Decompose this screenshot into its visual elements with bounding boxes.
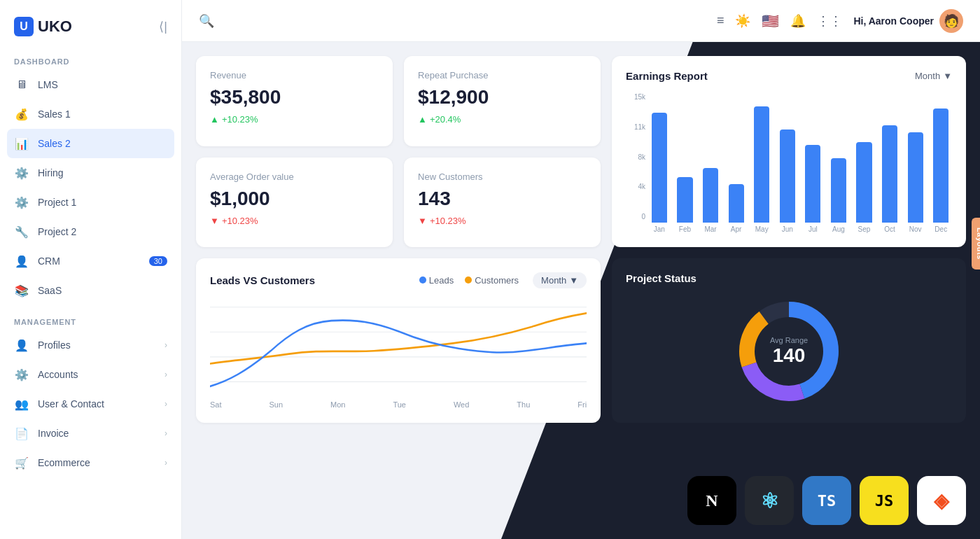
leads-dot: [419, 276, 426, 284]
nextjs-icon: N: [687, 476, 736, 525]
profiles-chevron-icon: ›: [164, 340, 167, 350]
sidebar-item-ecommerce[interactable]: 🛒 Ecommerce ›: [0, 448, 181, 477]
bar-month-label: Mar: [699, 225, 722, 233]
repeat-purchase-card: Repeat Purchase $12,900 ▲ +20.4%: [404, 56, 601, 146]
avg-order-change: ▼ +10.23%: [210, 216, 379, 226]
sidebar-item-profiles[interactable]: 👤 Profiles ›: [0, 330, 181, 360]
language-flag-icon[interactable]: 🇺🇸: [762, 13, 779, 29]
bar-month-label: Aug: [827, 225, 850, 233]
sidebar-item-label: User & Contact: [38, 398, 104, 410]
arrow-up-icon: ▲: [210, 114, 219, 125]
sidebar-item-hiring[interactable]: ⚙️ Hiring: [0, 158, 181, 188]
menu-icon[interactable]: ≡: [717, 13, 724, 28]
sidebar-item-accounts[interactable]: ⚙️ Accounts ›: [0, 360, 181, 389]
bar-col: [750, 93, 773, 223]
sidebar-item-label: Profiles: [38, 340, 71, 351]
project1-icon: ⚙️: [14, 195, 29, 210]
dropdown-icon: ▼: [569, 275, 578, 286]
bar-month-label: Oct: [878, 225, 901, 233]
bar: [856, 142, 872, 223]
sidebar-item-label: Sales 2: [38, 138, 71, 149]
figma-icon: ◈: [917, 476, 966, 525]
invoice-chevron-icon: ›: [164, 428, 167, 438]
sidebar-item-label: Hiring: [38, 167, 64, 178]
project-status-title: Project Status: [626, 272, 696, 284]
sidebar-item-project1[interactable]: ⚙️ Project 1: [0, 188, 181, 217]
bar-month-label: Feb: [674, 225, 696, 233]
sidebar-item-label: CRM: [38, 255, 60, 267]
management-section-label: MANAGEMENT: [0, 311, 181, 330]
logo-icon: U: [14, 17, 34, 36]
sidebar-collapse-button[interactable]: ⟨|: [159, 19, 167, 34]
leads-label: Leads: [429, 275, 454, 286]
bar: [882, 125, 897, 223]
notification-icon[interactable]: 🔔: [790, 13, 806, 29]
theme-icon[interactable]: ☀️: [735, 13, 750, 29]
month-selector[interactable]: Month ▼: [915, 71, 952, 81]
typescript-icon: TS: [802, 476, 851, 525]
bar-col: [802, 93, 825, 223]
leads-title: Leads VS Customers: [210, 274, 315, 286]
bar-month-label: Dec: [930, 225, 952, 233]
sidebar-item-crm[interactable]: 👤 CRM 30: [0, 246, 181, 276]
sidebar-item-sales1[interactable]: 💰 Sales 1: [0, 99, 181, 129]
dashboard-section-label: DASHBOARD: [0, 50, 181, 70]
earnings-title: Earnings Report: [626, 70, 708, 82]
bar: [831, 158, 846, 223]
sidebar-item-label: Project 1: [38, 197, 76, 208]
earnings-chart: 15k 11k 8k 4k 0 JanFebMarAprMayJunJulAug…: [626, 93, 952, 233]
sidebar-item-invoice[interactable]: 📄 Invoice ›: [0, 419, 181, 448]
layouts-tab[interactable]: Layouts: [972, 218, 980, 270]
dropdown-icon: ▼: [943, 71, 952, 81]
line-chart-svg: [210, 300, 587, 398]
bar: [908, 132, 923, 223]
avg-order-card: Average Order value $1,000 ▼ +10.23%: [196, 158, 393, 248]
customers-dot: [465, 276, 472, 284]
earnings-bars: JanFebMarAprMayJunJulAugSepOctNovDec: [648, 93, 952, 233]
bar: [933, 108, 948, 223]
logo: U UKO: [14, 17, 72, 36]
sidebar-item-project2[interactable]: 🔧 Project 2: [0, 217, 181, 246]
bar-col: [674, 93, 696, 223]
avg-range-value: 140: [770, 344, 808, 367]
project2-icon: 🔧: [14, 224, 29, 239]
main-content: 🔍 ≡ ☀️ 🇺🇸 🔔 ⋮⋮ Hi, Aaron Cooper 🧑 Revenu…: [182, 0, 980, 539]
dashboard-content: Revenue $35,800 ▲ +10.23% Repeat Purchas…: [182, 42, 980, 539]
accounts-chevron-icon: ›: [164, 370, 167, 379]
sidebar-item-sales2[interactable]: 📊 Sales 2: [7, 129, 174, 158]
revenue-card: Revenue $35,800 ▲ +10.23%: [196, 56, 393, 146]
bar-col: [776, 93, 799, 223]
bar-month-label: Sep: [853, 225, 876, 233]
new-customers-card: New Customers 143 ▼ +10.23%: [404, 158, 601, 248]
user-greeting: Hi, Aaron Cooper: [853, 15, 934, 27]
sidebar-item-label: LMS: [38, 79, 58, 90]
bar: [677, 177, 692, 223]
leads-card: Leads VS Customers Leads Customers Month…: [196, 258, 601, 423]
bar-col: [930, 93, 952, 223]
revenue-change: ▲ +10.23%: [210, 114, 379, 125]
arrow-down-icon: ▼: [418, 216, 427, 226]
x-labels-row: JanFebMarAprMayJunJulAugSepOctNovDec: [648, 225, 952, 233]
sidebar-item-label: Invoice: [38, 428, 69, 439]
avatar: 🧑: [939, 9, 963, 33]
avg-range-label: Avg Range: [770, 336, 808, 344]
bar-month-label: Jul: [802, 225, 825, 233]
revenue-value: $35,800: [210, 86, 379, 108]
apps-icon[interactable]: ⋮⋮: [817, 13, 842, 29]
arrow-down-icon: ▼: [210, 216, 219, 226]
sidebar-item-label: Project 2: [38, 226, 76, 237]
customers-label: Customers: [475, 275, 519, 286]
leads-period-selector[interactable]: Month ▼: [533, 272, 587, 288]
user-contact-chevron-icon: ›: [164, 399, 167, 409]
logo-name: UKO: [38, 18, 72, 36]
earnings-header: Earnings Report Month ▼: [626, 70, 952, 82]
accounts-icon: ⚙️: [14, 367, 29, 382]
bar: [780, 130, 795, 223]
sidebar-item-user-contact[interactable]: 👥 User & Contact ›: [0, 389, 181, 419]
sidebar-item-lms[interactable]: 🖥 LMS: [0, 70, 181, 99]
sidebar-item-saas[interactable]: 📚 SaaS: [0, 276, 181, 305]
earnings-y-axis: 15k 11k 8k 4k 0: [626, 93, 645, 233]
donut-center: Avg Range 140: [770, 336, 808, 367]
sidebar-logo: U UKO ⟨|: [0, 11, 181, 50]
saas-icon: 📚: [14, 283, 29, 298]
